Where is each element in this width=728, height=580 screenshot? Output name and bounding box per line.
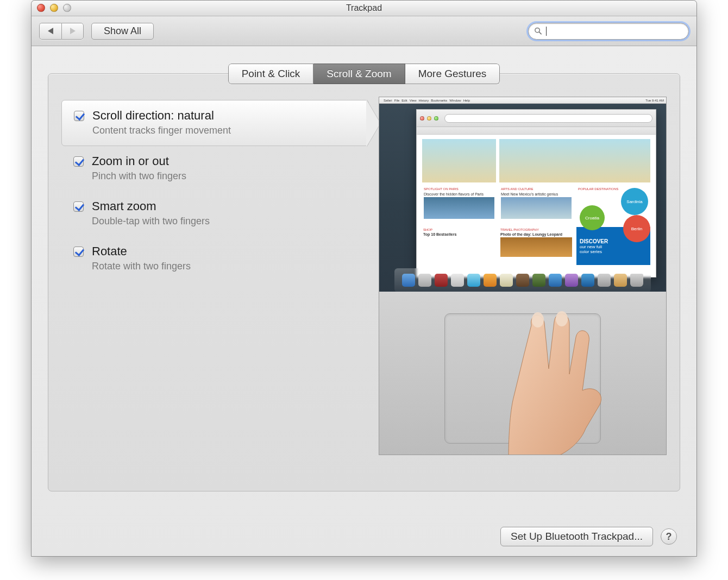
option-subtitle: Content tracks finger movement	[92, 125, 231, 136]
tile-title: Meet New Mexico's artistic genius	[499, 192, 573, 196]
options-list: Scroll direction: natural Content tracks…	[61, 97, 369, 478]
dock-icon	[500, 274, 513, 287]
discover-line: color series	[580, 249, 647, 254]
dock-icon	[614, 274, 627, 287]
dock-icon	[598, 274, 611, 287]
dock-icon	[484, 274, 497, 287]
tile-title: Top 10 Bestsellers	[422, 232, 496, 236]
search-input[interactable]	[528, 23, 689, 40]
tabbar: Point & Click Scroll & Zoom More Gesture…	[48, 64, 680, 84]
dock-icon	[581, 274, 594, 287]
tile-title: Photo of the day: Loungy Leopard	[499, 232, 573, 236]
dock-icon	[402, 274, 415, 287]
option-rotate[interactable]: Rotate Rotate with two fingers	[61, 236, 369, 281]
dock-icon	[467, 274, 480, 287]
checkbox-rotate[interactable]	[73, 247, 84, 257]
zoom-window-button[interactable]	[63, 4, 71, 12]
kicker: SHOP	[422, 227, 496, 232]
preview-browser-chrome	[417, 110, 656, 127]
hero-image	[422, 139, 496, 182]
tab-more-gestures[interactable]: More Gestures	[405, 64, 500, 84]
bubble-croatia: Croatia	[580, 205, 605, 230]
kicker: ARTS AND CULTURE	[499, 186, 573, 192]
dock-icon	[516, 274, 529, 287]
window-controls	[37, 4, 71, 12]
popular-destinations: POPULAR DESTINATIONS Sardinia Croatia Be…	[576, 186, 650, 224]
discover-line: our new full	[580, 244, 647, 249]
forward-button[interactable]	[61, 23, 84, 40]
option-text: Rotate Rotate with two fingers	[92, 244, 191, 272]
preview-dock	[394, 268, 651, 292]
option-title: Scroll direction: natural	[92, 109, 231, 123]
dock-icon	[435, 274, 448, 287]
body: Point & Click Scroll & Zoom More Gesture…	[32, 46, 696, 556]
preview-web-content: SPOTLIGHT ON PARIS Discover the hidden f…	[417, 135, 656, 277]
back-button[interactable]	[39, 23, 61, 40]
menu-item: Help	[463, 99, 470, 102]
option-title: Zoom in or out	[92, 154, 186, 168]
option-smart-zoom[interactable]: Smart zoom Double-tap with two fingers	[61, 191, 369, 236]
dock-icon	[549, 274, 562, 287]
menu-item: File	[394, 99, 400, 102]
footer: Set Up Bluetooth Trackpad... ?	[500, 527, 677, 546]
close-icon	[420, 116, 424, 121]
checkbox-scroll-direction[interactable]	[74, 111, 84, 121]
option-subtitle: Double-tap with two fingers	[92, 216, 210, 227]
tile-image	[501, 197, 572, 219]
tab-seg: Point & Click Scroll & Zoom More Gesture…	[228, 64, 500, 84]
back-arrow-icon	[48, 28, 53, 34]
tab-scroll-and-zoom[interactable]: Scroll & Zoom	[313, 64, 405, 84]
menu-item: Window	[449, 99, 461, 102]
option-text: Smart zoom Double-tap with two fingers	[92, 199, 210, 227]
hero-image	[499, 139, 650, 182]
option-zoom[interactable]: Zoom in or out Pinch with two fingers	[61, 146, 369, 191]
preview-menubar: Safari File Edit View History Bookmarks …	[379, 97, 666, 104]
menu-item: Edit	[401, 99, 407, 102]
svg-point-2	[532, 312, 544, 327]
dock-icon	[565, 274, 578, 287]
checkbox-smart-zoom[interactable]	[73, 201, 84, 212]
menu-item: View	[410, 99, 417, 102]
kicker: TRAVEL PHOTOGRAPHY	[499, 227, 573, 232]
svg-point-3	[556, 311, 568, 326]
preview-browser-window: SPOTLIGHT ON PARIS Discover the hidden f…	[416, 109, 656, 278]
tile-image	[424, 197, 494, 219]
search-wrap	[528, 23, 689, 40]
help-button[interactable]: ?	[661, 528, 677, 545]
dock-icon	[451, 274, 464, 287]
option-text: Scroll direction: natural Content tracks…	[92, 109, 231, 136]
tile-title: Discover the hidden flavors of Paris	[422, 192, 496, 196]
option-subtitle: Pinch with two fingers	[92, 171, 186, 182]
kicker: SPOTLIGHT ON PARIS	[422, 186, 496, 192]
minimize-icon	[427, 116, 431, 121]
toolbar: Show All	[32, 16, 696, 46]
window-title: Trackpad	[346, 3, 382, 13]
preferences-window: Trackpad Show All Point & Click Scroll &	[31, 0, 697, 557]
tab-point-and-click[interactable]: Point & Click	[228, 64, 314, 84]
svg-line-1	[539, 32, 541, 34]
checkbox-zoom[interactable]	[73, 156, 84, 167]
zoom-icon	[434, 116, 438, 121]
option-subtitle: Rotate with two fingers	[92, 261, 191, 272]
dock-icon	[418, 274, 431, 287]
preview-hand-icon	[498, 304, 617, 455]
setup-bluetooth-button[interactable]: Set Up Bluetooth Trackpad...	[500, 527, 653, 546]
dock-trash-icon	[630, 274, 643, 287]
close-window-button[interactable]	[37, 4, 45, 12]
option-title: Rotate	[92, 244, 191, 259]
minimize-window-button[interactable]	[50, 4, 58, 12]
menu-item: History	[419, 99, 429, 102]
section-newmexico: ARTS AND CULTURE Meet New Mexico's artis…	[499, 186, 573, 224]
forward-arrow-icon	[70, 28, 76, 34]
menu-item: Safari	[384, 99, 392, 102]
menu-item: Bookmarks	[431, 99, 447, 102]
search-icon	[534, 27, 542, 35]
tile-image	[500, 237, 572, 257]
show-all-button[interactable]: Show All	[91, 23, 154, 40]
address-bar	[444, 114, 652, 123]
text-cursor	[546, 27, 547, 36]
bubble-berlin: Berlin	[623, 215, 650, 242]
section-paris: SPOTLIGHT ON PARIS Discover the hidden f…	[422, 186, 496, 224]
option-scroll-direction[interactable]: Scroll direction: natural Content tracks…	[61, 100, 369, 146]
gesture-preview: Safari File Edit View History Bookmarks …	[379, 97, 667, 455]
